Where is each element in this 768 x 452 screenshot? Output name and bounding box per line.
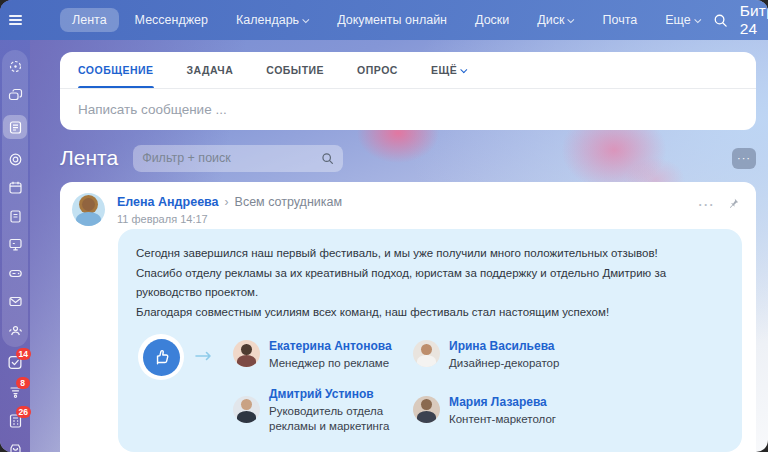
mention-role: Контент-маркетолог: [449, 412, 556, 427]
calendar-icon: [8, 180, 23, 195]
employees-icon: [8, 323, 23, 338]
mention-item: Екатерина Антонова Менеджер по рекламе: [233, 336, 413, 371]
tab-more[interactable]: ЕЩЁ: [431, 52, 467, 88]
sidebar-item-tasks[interactable]: 14: [7, 354, 24, 371]
copilot-icon: [8, 59, 23, 74]
chevron-down-icon: [694, 16, 701, 23]
mail-icon: [8, 294, 23, 309]
document-icon: [8, 209, 23, 224]
post-text: Сегодня завершился наш первый фестиваль,…: [136, 244, 724, 322]
like-reaction-button[interactable]: [138, 334, 184, 380]
avatar[interactable]: [413, 340, 440, 367]
mention-name-link[interactable]: Мария Лазарева: [449, 395, 547, 409]
top-navigation-bar: Лента Мессенджер Календарь Документы онл…: [0, 0, 768, 40]
nav-item-feed[interactable]: Лента: [60, 8, 119, 32]
nav-item-boards[interactable]: Доски: [463, 8, 521, 32]
avatar[interactable]: [233, 340, 260, 367]
tab-label: ОПРОС: [357, 64, 398, 76]
mentions-block: Екатерина Антонова Менеджер по рекламе И…: [136, 334, 724, 434]
mention-item: Мария Лазарева Контент-маркетолог: [413, 384, 628, 434]
sidebar-item-messenger[interactable]: [7, 87, 24, 104]
post-timestamp: 11 февраля 14:17: [117, 213, 342, 225]
tab-poll[interactable]: ОПРОС: [357, 52, 398, 88]
avatar[interactable]: [413, 396, 440, 423]
left-icon-rail: 14 8 26: [0, 40, 30, 452]
estimates-badge: 26: [16, 406, 31, 418]
menu-toggle-button[interactable]: [0, 0, 30, 40]
search-icon: [321, 152, 334, 165]
sidebar-item-target[interactable]: [7, 151, 24, 168]
nav-label: Диск: [537, 13, 564, 27]
bitrix24-app: Лента Мессенджер Календарь Документы онл…: [0, 0, 768, 452]
sidebar-item-calendar[interactable]: [7, 179, 24, 196]
sidebar-item-copilot[interactable]: [7, 58, 24, 75]
nav-label: Мессенджер: [135, 13, 208, 27]
composer-card: СООБЩЕНИЕ ЗАДАЧА СОБЫТИЕ ОПРОС ЕЩЁ Напис…: [60, 52, 756, 130]
tab-message[interactable]: СООБЩЕНИЕ: [78, 52, 154, 88]
main-content: СООБЩЕНИЕ ЗАДАЧА СОБЫТИЕ ОПРОС ЕЩЁ Напис…: [60, 52, 756, 452]
filter-search-box[interactable]: [133, 145, 343, 172]
target-icon: [8, 152, 23, 167]
nav-item-documents[interactable]: Документы онлайн: [325, 8, 459, 32]
sidebar-item-feed[interactable]: [3, 115, 27, 139]
post-audience-link[interactable]: Всем сотрудникам: [235, 195, 343, 209]
chevron-down-icon: [568, 16, 575, 23]
post-meta: Елена Андреева › Всем сотрудникам 11 фев…: [117, 193, 342, 225]
tasks-badge: 14: [16, 348, 31, 360]
sidebar-main-group: [2, 50, 28, 347]
sidebar-item-employees[interactable]: [7, 322, 24, 339]
nav-label: Календарь: [236, 13, 299, 27]
tab-task[interactable]: ЗАДАЧА: [187, 52, 234, 88]
filter-search-input[interactable]: [142, 151, 321, 165]
post-message-bubble: Сегодня завершился наш первый фестиваль,…: [118, 229, 742, 452]
messenger-icon: [8, 88, 23, 103]
sidebar-item-mail[interactable]: [7, 293, 24, 310]
tab-label: СООБЩЕНИЕ: [78, 64, 154, 76]
breadcrumb-separator: ›: [225, 195, 229, 209]
composer-tabs: СООБЩЕНИЕ ЗАДАЧА СОБЫТИЕ ОПРОС ЕЩЁ: [60, 52, 756, 88]
pin-button[interactable]: [727, 197, 740, 213]
nav-item-mail[interactable]: Почта: [590, 8, 649, 32]
topbar-right: Битрикс 24: [713, 2, 768, 38]
nav-label: Лента: [72, 13, 107, 27]
avatar[interactable]: [233, 396, 260, 423]
mention-grid: Екатерина Антонова Менеджер по рекламе И…: [233, 336, 628, 434]
mention-name-link[interactable]: Ирина Васильева: [449, 339, 555, 353]
sidebar-item-boards[interactable]: [7, 236, 24, 253]
post-paragraph: Спасибо отделу рекламы за их креативный …: [136, 264, 681, 303]
nav-label: Доски: [475, 13, 509, 27]
thumbs-up-icon: [143, 339, 180, 376]
arrow-right-icon: [195, 351, 213, 361]
search-button[interactable]: [713, 13, 728, 28]
post-author-link[interactable]: Елена Андреева: [117, 195, 219, 209]
page-title: Лента: [60, 146, 118, 170]
sidebar-item-drive[interactable]: [7, 265, 24, 282]
sidebar-item-estimates[interactable]: 26: [7, 412, 24, 429]
nav-item-calendar[interactable]: Календарь: [224, 8, 321, 32]
nav-item-drive[interactable]: Диск: [525, 8, 586, 32]
sidebar-item-market[interactable]: [7, 441, 24, 452]
brand-text: Битрикс 24: [740, 2, 768, 38]
nav-item-more[interactable]: Еще: [653, 8, 712, 32]
post-paragraph: Сегодня завершился наш первый фестиваль,…: [136, 244, 681, 264]
avatar[interactable]: [72, 193, 105, 226]
message-input[interactable]: Написать сообщение ...: [60, 89, 756, 130]
mention-name-link[interactable]: Дмитрий Устинов: [269, 387, 374, 401]
post-more-button[interactable]: ···: [699, 198, 716, 212]
feed-options-button[interactable]: ···: [732, 148, 756, 169]
tab-label: ЗАДАЧА: [187, 64, 234, 76]
tab-event[interactable]: СОБЫТИЕ: [266, 52, 324, 88]
nav-item-messenger[interactable]: Мессенджер: [123, 8, 220, 32]
pin-icon: [727, 197, 740, 210]
search-icon: [713, 13, 728, 28]
drive-icon: [8, 266, 23, 281]
brand-logo[interactable]: Битрикс 24: [740, 2, 768, 38]
sidebar-item-documents[interactable]: [7, 208, 24, 225]
post-paragraph: Благодаря совместным усилиям всех команд…: [136, 303, 681, 323]
sidebar-badge-group: 14 8 26: [7, 354, 24, 452]
board-icon: [8, 237, 23, 252]
mention-name-link[interactable]: Екатерина Антонова: [269, 339, 392, 353]
main-nav: Лента Мессенджер Календарь Документы онл…: [60, 8, 713, 32]
sidebar-item-crm[interactable]: 8: [7, 383, 24, 400]
mention-role: Дизайнер-декоратор: [449, 356, 559, 371]
